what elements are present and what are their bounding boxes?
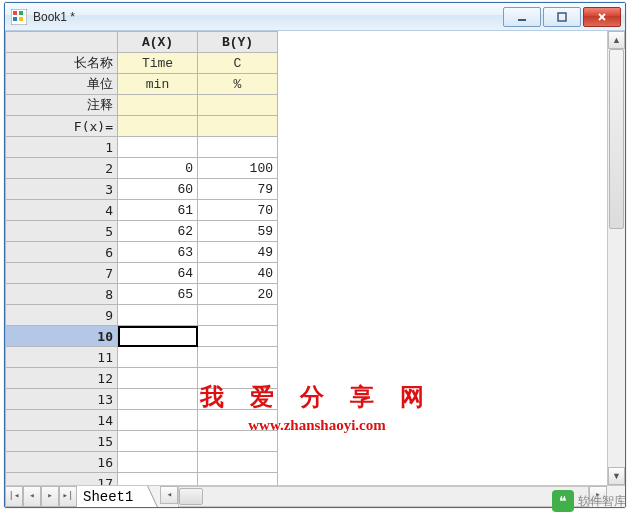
window-title: Book1 * xyxy=(33,10,503,24)
cell[interactable]: 79 xyxy=(198,179,278,200)
cell[interactable]: 60 xyxy=(118,179,198,200)
row-header[interactable]: 13 xyxy=(6,389,118,410)
cell[interactable] xyxy=(198,137,278,158)
maximize-button[interactable] xyxy=(543,7,581,27)
row-header[interactable]: 15 xyxy=(6,431,118,452)
nav-prev-button[interactable]: ◂ xyxy=(23,486,41,507)
row-header[interactable]: 4 xyxy=(6,200,118,221)
cell[interactable] xyxy=(198,368,278,389)
cell[interactable]: 61 xyxy=(118,200,198,221)
sheet-tab[interactable]: Sheet1 xyxy=(77,486,148,507)
vscroll-thumb[interactable] xyxy=(609,49,624,229)
nav-first-button[interactable]: |◂ xyxy=(5,486,23,507)
row-header[interactable]: 5 xyxy=(6,221,118,242)
comments-a[interactable] xyxy=(118,95,198,116)
cell[interactable]: 62 xyxy=(118,221,198,242)
vscroll-track[interactable] xyxy=(608,49,625,467)
cell[interactable] xyxy=(118,137,198,158)
row-header[interactable]: 9 xyxy=(6,305,118,326)
units-b[interactable]: % xyxy=(198,74,278,95)
row-header[interactable]: 7 xyxy=(6,263,118,284)
cell[interactable] xyxy=(118,347,198,368)
horizontal-scrollbar[interactable]: ◂ ▸ xyxy=(160,486,607,507)
app-icon xyxy=(11,9,27,25)
titlebar[interactable]: Book1 * xyxy=(5,3,625,31)
row-header[interactable]: 11 xyxy=(6,347,118,368)
cell[interactable] xyxy=(118,410,198,431)
cell[interactable]: 59 xyxy=(198,221,278,242)
nav-last-button[interactable]: ▸| xyxy=(59,486,77,507)
cell[interactable] xyxy=(198,389,278,410)
fx-b[interactable] xyxy=(198,116,278,137)
content-area: A(X) B(Y) 长名称 Time C 单位 min % 注释 xyxy=(5,31,625,507)
nav-next-button[interactable]: ▸ xyxy=(41,486,59,507)
cell[interactable]: 40 xyxy=(198,263,278,284)
svg-rect-4 xyxy=(19,17,23,21)
workbook-window: Book1 * A(X) xyxy=(4,2,626,508)
row-header[interactable]: 16 xyxy=(6,452,118,473)
row-header[interactable]: 6 xyxy=(6,242,118,263)
cell[interactable]: 100 xyxy=(198,158,278,179)
close-button[interactable] xyxy=(583,7,621,27)
window-controls xyxy=(503,7,621,27)
cell[interactable] xyxy=(198,410,278,431)
row-header[interactable]: 8 xyxy=(6,284,118,305)
cell[interactable] xyxy=(118,368,198,389)
cell[interactable]: 63 xyxy=(118,242,198,263)
col-header-b[interactable]: B(Y) xyxy=(198,32,278,53)
svg-rect-6 xyxy=(558,13,566,21)
scroll-right-button[interactable]: ▸ xyxy=(589,486,607,504)
svg-rect-1 xyxy=(13,11,17,15)
row-header[interactable]: 12 xyxy=(6,368,118,389)
cell[interactable]: 70 xyxy=(198,200,278,221)
row-label-fx[interactable]: F(x)= xyxy=(6,116,118,137)
row-header[interactable]: 14 xyxy=(6,410,118,431)
sheet-tab-label: Sheet1 xyxy=(83,489,133,505)
cell[interactable] xyxy=(198,431,278,452)
svg-rect-2 xyxy=(19,11,23,15)
cell[interactable]: 64 xyxy=(118,263,198,284)
cell[interactable]: 20 xyxy=(198,284,278,305)
comments-b[interactable] xyxy=(198,95,278,116)
cell[interactable] xyxy=(198,473,278,486)
cell[interactable]: 49 xyxy=(198,242,278,263)
svg-rect-5 xyxy=(518,19,526,21)
row-header[interactable]: 10 xyxy=(6,326,118,347)
grid-area: A(X) B(Y) 长名称 Time C 单位 min % 注释 xyxy=(5,31,625,485)
row-header[interactable]: 2 xyxy=(6,158,118,179)
cell[interactable] xyxy=(118,473,198,486)
longname-a[interactable]: Time xyxy=(118,53,198,74)
cell[interactable] xyxy=(198,347,278,368)
scroll-down-button[interactable]: ▼ xyxy=(608,467,625,485)
cell[interactable]: 65 xyxy=(118,284,198,305)
row-header[interactable]: 17 xyxy=(6,473,118,486)
hscroll-track[interactable] xyxy=(178,486,589,507)
cell[interactable] xyxy=(118,326,198,347)
units-a[interactable]: min xyxy=(118,74,198,95)
cell[interactable] xyxy=(118,452,198,473)
scroll-up-button[interactable]: ▲ xyxy=(608,31,625,49)
minimize-button[interactable] xyxy=(503,7,541,27)
cell[interactable] xyxy=(198,452,278,473)
col-header-a[interactable]: A(X) xyxy=(118,32,198,53)
row-label-longname[interactable]: 长名称 xyxy=(6,53,118,74)
vertical-scrollbar[interactable]: ▲ ▼ xyxy=(607,31,625,485)
row-header[interactable]: 1 xyxy=(6,137,118,158)
corner-cell[interactable] xyxy=(6,32,118,53)
row-header[interactable]: 3 xyxy=(6,179,118,200)
cell[interactable] xyxy=(118,431,198,452)
bottom-bar: |◂ ◂ ▸ ▸| Sheet1 ◂ ▸ xyxy=(5,485,625,507)
row-label-units[interactable]: 单位 xyxy=(6,74,118,95)
cell[interactable]: 0 xyxy=(118,158,198,179)
svg-rect-3 xyxy=(13,17,17,21)
cell[interactable] xyxy=(198,326,278,347)
cell[interactable] xyxy=(118,305,198,326)
cell[interactable] xyxy=(118,389,198,410)
longname-b[interactable]: C xyxy=(198,53,278,74)
row-label-comments[interactable]: 注释 xyxy=(6,95,118,116)
hscroll-thumb[interactable] xyxy=(179,488,203,505)
scroll-left-button[interactable]: ◂ xyxy=(160,486,178,504)
cell[interactable] xyxy=(198,305,278,326)
fx-a[interactable] xyxy=(118,116,198,137)
worksheet[interactable]: A(X) B(Y) 长名称 Time C 单位 min % 注释 xyxy=(5,31,607,485)
